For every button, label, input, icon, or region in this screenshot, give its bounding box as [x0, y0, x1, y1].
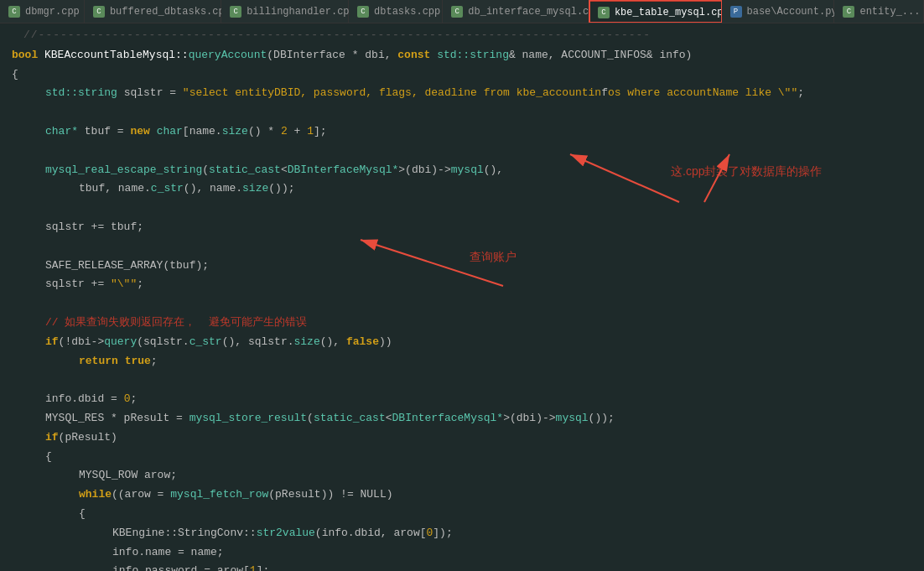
code-line-8: SAFE_RELEASE_ARRAY(tbuf);	[12, 257, 924, 276]
tab-icon-entity: C	[843, 6, 854, 18]
code-line-16: {	[12, 448, 924, 467]
tab-billing[interactable]: C billinghandler.cpp ×	[221, 0, 349, 23]
code-line-blank6	[12, 371, 924, 390]
code-line-5: mysql_real_escape_string(static_cast<DBI…	[12, 161, 924, 180]
tab-icon-account: P	[730, 6, 742, 18]
code-line-20: KBEngine::StringConv::str2value(info.dbi…	[12, 524, 924, 543]
tab-account[interactable]: P base\Account.py ×	[722, 0, 835, 23]
code-line-blank4	[12, 237, 924, 257]
tab-icon-billing: C	[230, 6, 241, 18]
code-line-15: if(pResult)	[12, 428, 924, 448]
code-line-14: MYSQL_RES * pResult = mysql_store_result…	[12, 409, 924, 428]
tab-label-buffered: buffered_dbtasks.cpp	[110, 6, 231, 18]
code-line-17: MYSQL_ROW arow;	[12, 466, 924, 485]
code-content: //--------------------------------------…	[0, 23, 924, 571]
code-line-19: {	[12, 505, 924, 524]
tab-icon-dbmgr: C	[8, 6, 20, 18]
code-line-4: char* tbuf = new char[name.size() * 2 + …	[12, 122, 924, 142]
tab-label-entity: entity_...	[859, 6, 920, 18]
tab-icon-buffered: C	[93, 6, 105, 18]
code-line-blank5	[12, 294, 924, 314]
tab-bar: C dbmgr.cpp × C buffered_dbtasks.cpp × C…	[0, 0, 924, 23]
code-line-blank1	[12, 103, 924, 122]
code-line-6: tbuf, name.c_str(), name.size());	[12, 179, 924, 199]
code-line-1: bool KBEAccountTableMysql::queryAccount(…	[12, 46, 924, 65]
tab-label-dbtasks: dbtasks.cpp	[374, 6, 440, 18]
tab-label-dbmgr: dbmgr.cpp	[25, 6, 80, 18]
code-line-18: while((arow = mysql_fetch_row(pResult)) …	[12, 485, 924, 505]
tab-icon-dbtasks: C	[357, 6, 369, 18]
code-line-2: {	[12, 65, 924, 85]
code-line-11: if(!dbi->query(sqlstr.c_str(), sqlstr.si…	[12, 333, 924, 352]
tab-dbtasks[interactable]: C dbtasks.cpp ×	[349, 0, 443, 23]
code-line-21: info.name = name;	[12, 543, 924, 563]
code-line-3: std::string sqlstr = "select entityDBID,…	[12, 84, 924, 103]
tab-buffered[interactable]: C buffered_dbtasks.cpp ×	[85, 0, 221, 23]
tab-db-interface[interactable]: C db_interface_mysql.cpp ×	[443, 0, 589, 23]
tab-label-billing: billinghandler.cpp	[247, 6, 356, 18]
tab-label-kbe-table: kbe_table_mysql.cpp	[615, 7, 729, 18]
tab-icon-kbe-table: C	[598, 7, 610, 18]
tab-label-db-interface: db_interface_mysql.cpp	[468, 6, 600, 18]
code-line-9: sqlstr += "\"";	[12, 275, 924, 294]
code-line-10: // 如果查询失败则返回存在， 避免可能产生的错误	[12, 314, 924, 333]
dash-line: //--------------------------------------…	[12, 23, 924, 46]
tab-label-account: base\Account.py	[747, 6, 838, 18]
code-line-13: info.dbid = 0;	[12, 390, 924, 409]
code-line-12: return true;	[12, 352, 924, 371]
code-line-blank2	[12, 142, 924, 161]
tab-dbmgr[interactable]: C dbmgr.cpp ×	[0, 0, 85, 23]
tab-entity[interactable]: C entity_... ×	[834, 0, 924, 23]
tab-icon-db-interface: C	[451, 6, 463, 18]
tab-kbe-table[interactable]: C kbe_table_mysql.cpp ×	[589, 0, 722, 23]
code-line-22: info.password = arow[1];	[12, 562, 924, 571]
code-line-7: sqlstr += tbuf;	[12, 218, 924, 237]
code-line-blank3	[12, 199, 924, 218]
code-editor[interactable]: //--------------------------------------…	[0, 23, 924, 571]
